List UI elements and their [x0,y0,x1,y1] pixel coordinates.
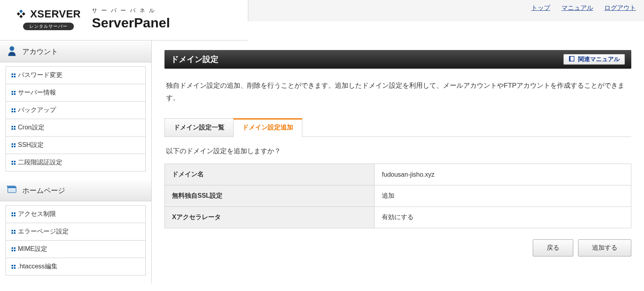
top-link-top[interactable]: トップ [531,4,550,11]
sidebar-item-2fa[interactable]: 二段階認証設定 [6,154,146,172]
confirm-text: 以下のドメイン設定を追加しますか？ [166,146,630,156]
sidebar-item-serverinfo[interactable]: サーバー情報 [6,84,146,102]
logo: XSERVER [16,8,81,20]
sidebar-item-password[interactable]: パスワード変更 [6,66,146,84]
ssl-value: 追加 [375,185,631,207]
svg-point-4 [10,46,14,51]
svg-marker-3 [22,12,25,16]
bullet-icon [12,230,15,234]
page-title: ドメイン設定 [171,54,219,65]
logo-badge: レンタルサーバー [23,23,74,30]
logo-block: XSERVER レンタルサーバー [16,8,81,30]
bullet-icon [12,212,15,216]
sidebar-item-label: 二段階認証設定 [18,158,62,167]
ssl-label: 無料独自SSL設定 [165,185,375,207]
panel-main-title: ServerPanel [92,15,170,31]
accel-value: 有効にする [375,207,631,228]
sidebar-item-label: バックアップ [18,106,56,114]
sidebar-item-label: Cron設定 [18,123,44,132]
manual-button-label: 関連マニュアル [578,56,620,63]
sidebar-section-account: アカウント [0,40,151,62]
person-icon [6,45,17,58]
main-content: ドメイン設定 関連マニュアル 独自ドメイン設定の追加、削除を行うことができます。… [152,40,644,283]
xserver-logo-icon [16,9,26,19]
sidebar-section-account-title: アカウント [22,47,58,56]
header: XSERVER レンタルサーバー サーバーパネル ServerPanel [0,0,248,40]
tab-domain-add[interactable]: ドメイン設定追加 [233,118,302,137]
top-link-manual[interactable]: マニュアル [561,4,593,11]
sidebar-item-label: .htaccess編集 [18,262,58,271]
top-links: トップ マニュアル ログアウト [522,4,636,12]
panel-subtitle: サーバーパネル [92,7,170,14]
sidebar-item-backup[interactable]: バックアップ [6,102,146,119]
bullet-icon [12,143,15,147]
tab-bar: ドメイン設定一覧 ドメイン設定追加 [164,118,631,137]
brand-name: XSERVER [30,8,81,20]
sidebar-item-label: アクセス制限 [18,210,56,218]
page-description: 独自ドメイン設定の追加、削除を行うことができます。追加したドメイン設定を利用して… [166,80,630,104]
sidebar-item-htaccess[interactable]: .htaccess編集 [6,258,146,276]
sidebar: アカウント パスワード変更 サーバー情報 バックアップ Cron設定 SSH設定… [0,40,152,283]
bullet-icon [12,265,15,269]
button-row: 戻る 追加する [164,239,631,256]
table-row: Xアクセラレータ 有効にする [165,207,631,228]
svg-marker-0 [19,10,23,13]
back-button[interactable]: 戻る [533,239,573,256]
sidebar-item-label: エラーページ設定 [18,227,69,236]
sidebar-item-ssh[interactable]: SSH設定 [6,137,146,154]
sidebar-item-errorpage[interactable]: エラーページ設定 [6,223,146,241]
domain-name-value: fudousan-jisho.xyz [375,164,631,185]
bullet-icon [12,161,15,165]
homepage-icon [6,184,17,197]
bullet-icon [12,91,15,95]
bullet-icon [12,73,15,77]
sidebar-item-cron[interactable]: Cron設定 [6,119,146,137]
sidebar-item-label: MIME設定 [18,245,47,253]
svg-marker-2 [17,12,20,16]
panel-title: サーバーパネル ServerPanel [92,7,170,31]
svg-rect-7 [7,186,15,187]
domain-name-label: ドメイン名 [165,164,375,185]
sidebar-list-account: パスワード変更 サーバー情報 バックアップ Cron設定 SSH設定 二段階認証… [0,62,151,179]
bullet-icon [12,108,15,112]
svg-rect-9 [569,56,571,61]
sidebar-item-label: サーバー情報 [18,89,56,97]
add-button[interactable]: 追加する [578,239,631,256]
related-manual-button[interactable]: 関連マニュアル [563,54,625,65]
sidebar-list-homepage: アクセス制限 エラーページ設定 MIME設定 .htaccess編集 [0,201,151,283]
bullet-icon [12,126,15,130]
sidebar-item-label: パスワード変更 [18,71,62,79]
sidebar-item-access[interactable]: アクセス制限 [6,205,146,223]
table-row: ドメイン名 fudousan-jisho.xyz [165,164,631,185]
top-link-logout[interactable]: ログアウト [604,4,636,11]
svg-marker-1 [19,15,23,18]
sidebar-item-mime[interactable]: MIME設定 [6,241,146,258]
confirm-table: ドメイン名 fudousan-jisho.xyz 無料独自SSL設定 追加 Xア… [164,164,631,228]
sidebar-section-homepage-title: ホームページ [22,186,65,195]
accel-label: Xアクセラレータ [165,207,375,228]
tab-domain-list[interactable]: ドメイン設定一覧 [164,118,234,137]
page-title-bar: ドメイン設定 関連マニュアル [164,50,631,69]
sidebar-section-homepage: ホームページ [0,179,151,201]
table-row: 無料独自SSL設定 追加 [165,185,631,207]
bullet-icon [12,247,15,251]
book-icon [569,56,575,63]
sidebar-item-label: SSH設定 [18,141,44,149]
